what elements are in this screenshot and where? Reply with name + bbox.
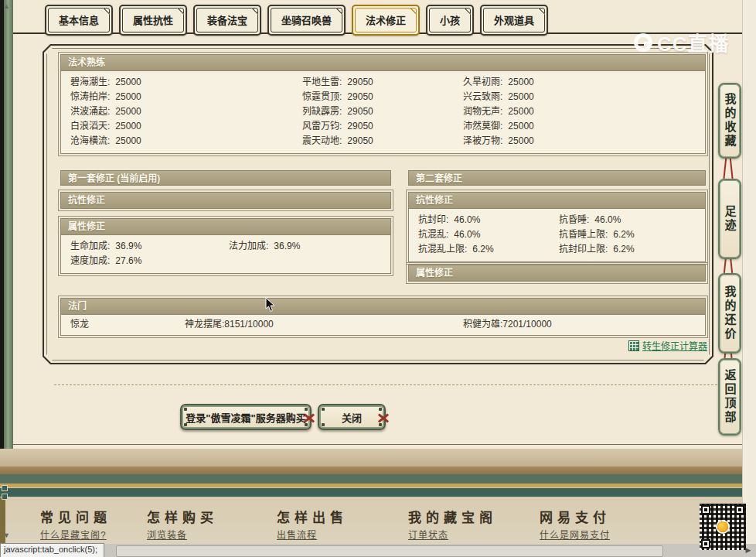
resist-row: 抗封印46.0% 抗昏睡46.0% bbox=[409, 213, 705, 227]
spell-row: 惊涛拍岸25000 惊霆贯顶29050 兴云致雨25000 bbox=[61, 90, 705, 104]
famen-skill: 神龙摆尾:8151/10000 bbox=[185, 317, 463, 332]
footer-link-order-status[interactable]: 订单状态 bbox=[408, 528, 448, 541]
set1-resist-section: 抗性修正 bbox=[60, 192, 391, 209]
section-title: 法门 bbox=[61, 299, 705, 315]
side-nav-my-counteroffers[interactable]: 我的还价 bbox=[718, 273, 741, 354]
rebirth-correction-calculator-link[interactable]: 转生修正计算器 bbox=[628, 339, 707, 352]
frame-band-brown bbox=[0, 466, 756, 474]
cc-live-watermark: CC直播 bbox=[634, 28, 730, 56]
famen-section: 法门 惊龙 神龙摆尾:8151/10000 积健为雄:7201/10000 bbox=[60, 298, 706, 336]
footer-title-how-to-buy: 怎样购买 bbox=[147, 507, 218, 526]
set1-title-bar: 第一套修正 (当前启用) bbox=[60, 170, 391, 186]
famen-school: 惊龙 bbox=[70, 317, 185, 332]
footer bbox=[0, 497, 756, 544]
close-button[interactable]: 关闭 bbox=[318, 404, 386, 430]
famen-skill: 积健为雄:7201/10000 bbox=[463, 317, 705, 332]
rivet-icon bbox=[305, 423, 308, 426]
status-bar-link-hint: javascript:tab_onclick(5); bbox=[0, 543, 104, 557]
frame-band-teal bbox=[0, 474, 756, 484]
login-server-buy-button[interactable]: 登录"傲雪凌霜"服务器购买 bbox=[180, 404, 312, 430]
calculator-link-label: 转生修正计算器 bbox=[642, 339, 707, 352]
side-nav-my-favorites[interactable]: 我的收藏 bbox=[718, 83, 741, 159]
rivet-icon bbox=[305, 408, 308, 411]
spell-row: 洪波涌起25000 列缺霹雳29050 润物无声25000 bbox=[61, 104, 705, 119]
dashed-divider bbox=[54, 384, 717, 385]
close-button-label: 关闭 bbox=[342, 410, 362, 425]
horizontal-scrollbar[interactable] bbox=[0, 544, 756, 557]
stat: 泽被万物25000 bbox=[463, 134, 705, 149]
stat: 抗封印上限6.2% bbox=[559, 242, 705, 257]
spell-row: 沧海横流25000 震天动地29050 泽被万物25000 bbox=[61, 134, 705, 149]
stat: 列缺霹雳29050 bbox=[302, 104, 463, 119]
scroll-down-arrow-icon[interactable]: ▼ bbox=[0, 531, 13, 540]
side-nav-back-to-top[interactable]: 返回顶部 bbox=[718, 358, 741, 436]
stat: 润物无声25000 bbox=[463, 104, 705, 119]
stat: 沛然莫御25000 bbox=[463, 119, 705, 134]
footer-link-what-is-netease-pay[interactable]: 什么是网易支付 bbox=[540, 528, 610, 541]
stat: 沧海横流25000 bbox=[70, 134, 302, 149]
section-title: 法术熟练 bbox=[61, 55, 705, 71]
stat: 抗混乱46.0% bbox=[418, 227, 559, 242]
horizontal-scrollbar-thumb[interactable] bbox=[116, 545, 663, 557]
qr-finder-icon bbox=[735, 505, 744, 514]
stat: 兴云致雨25000 bbox=[463, 90, 705, 104]
stat: 惊霆贯顶29050 bbox=[302, 90, 463, 104]
stat: 震天动地29050 bbox=[302, 134, 463, 149]
stat: 速度加成27.6% bbox=[70, 254, 229, 268]
set2-title-bar: 第二套修正 bbox=[408, 170, 706, 186]
set2-resist-section: 抗性修正 抗封印46.0% 抗昏睡46.0% 抗混乱46.0% 抗昏睡上限6.2… bbox=[408, 192, 706, 262]
resist-row: 抗混乱46.0% 抗昏睡上限6.2% bbox=[409, 227, 705, 242]
stat: 生命加成36.9% bbox=[70, 239, 229, 254]
qr-code bbox=[700, 504, 746, 550]
tab-label: 法术修正 bbox=[355, 8, 417, 32]
tab-mount-pet[interactable]: 坐骑召唤兽 bbox=[267, 5, 346, 36]
footer-link-browse-equip[interactable]: 浏览装备 bbox=[147, 528, 187, 541]
vertical-scrollbar[interactable] bbox=[742, 0, 756, 544]
red-thread-icon bbox=[724, 155, 733, 179]
qr-mascot-icon bbox=[717, 521, 728, 532]
famen-row: 惊龙 神龙摆尾:8151/10000 积健为雄:7201/10000 bbox=[61, 317, 705, 332]
rivet-icon bbox=[322, 408, 325, 411]
section-title: 抗性修正 bbox=[61, 193, 390, 208]
footer-link-what-is-cbg[interactable]: 什么是藏宝阁? bbox=[40, 528, 107, 541]
tab-bar: 基本信息 属性抗性 装备法宝 坐骑召唤兽 法术修正 小孩 外观道具 bbox=[45, 5, 548, 36]
stat: 惊涛拍岸25000 bbox=[70, 90, 302, 104]
left-edge-green bbox=[4, 0, 13, 450]
stat: 平地生雷29050 bbox=[302, 75, 463, 90]
frame-band-teal-dark bbox=[0, 487, 756, 497]
cc-live-text: CC直播 bbox=[657, 28, 730, 56]
side-nav-footprints[interactable]: 足迹 bbox=[718, 179, 741, 259]
footer-title-faq: 常见问题 bbox=[40, 507, 111, 526]
spell-mastery-body: 碧海潮生25000 平地生雷29050 久旱初雨25000 惊涛拍岸25000 … bbox=[61, 71, 705, 153]
rivet-icon bbox=[322, 423, 325, 426]
stat: 碧海潮生25000 bbox=[70, 75, 302, 90]
tab-label: 小孩 bbox=[429, 8, 471, 32]
rivet-icon bbox=[379, 423, 382, 426]
tab-basic-info[interactable]: 基本信息 bbox=[45, 5, 113, 36]
rivet-icon bbox=[184, 423, 187, 426]
set2-resist-body: 抗封印46.0% 抗昏睡46.0% 抗混乱46.0% 抗昏睡上限6.2% 抗混乱… bbox=[409, 209, 705, 261]
section-title: 属性修正 bbox=[409, 265, 705, 281]
stat: 白浪滔天25000 bbox=[70, 119, 302, 134]
scroll-handle-icon bbox=[2, 494, 8, 500]
set2-attr-section: 属性修正 bbox=[408, 265, 706, 282]
tab-attr-resist[interactable]: 属性抗性 bbox=[119, 5, 187, 36]
side-nav-label: 我的还价 bbox=[722, 285, 738, 341]
tab-label: 坐骑召唤兽 bbox=[271, 8, 342, 32]
stat: 风雷万钧29050 bbox=[302, 119, 463, 134]
set1-attr-body: 生命加成36.9% 法力加成36.9% 速度加成27.6% bbox=[61, 235, 390, 273]
frame-band-beige bbox=[0, 449, 756, 466]
login-button-label: 登录"傲雪凌霜"服务器购买 bbox=[186, 410, 305, 425]
resist-row: 抗混乱上限6.2% 抗封印上限6.2% bbox=[409, 242, 705, 257]
tab-equip-treasure[interactable]: 装备法宝 bbox=[193, 5, 261, 36]
scroll-up-arrow-icon[interactable]: ▲ bbox=[0, 2, 13, 11]
tab-appearance-items[interactable]: 外观道具 bbox=[480, 5, 548, 36]
rivet-icon bbox=[379, 408, 382, 411]
stat: 洪波涌起25000 bbox=[70, 104, 302, 119]
footer-link-sell-process[interactable]: 出售流程 bbox=[277, 528, 317, 541]
tab-label: 基本信息 bbox=[48, 8, 110, 32]
spell-correction-panel: 法术熟练 碧海潮生25000 平地生雷29050 久旱初雨25000 惊涛拍岸2… bbox=[43, 44, 713, 364]
tab-spell-correction[interactable]: 法术修正 bbox=[352, 5, 420, 36]
tab-child[interactable]: 小孩 bbox=[426, 5, 474, 36]
stat: 久旱初雨25000 bbox=[463, 75, 705, 90]
